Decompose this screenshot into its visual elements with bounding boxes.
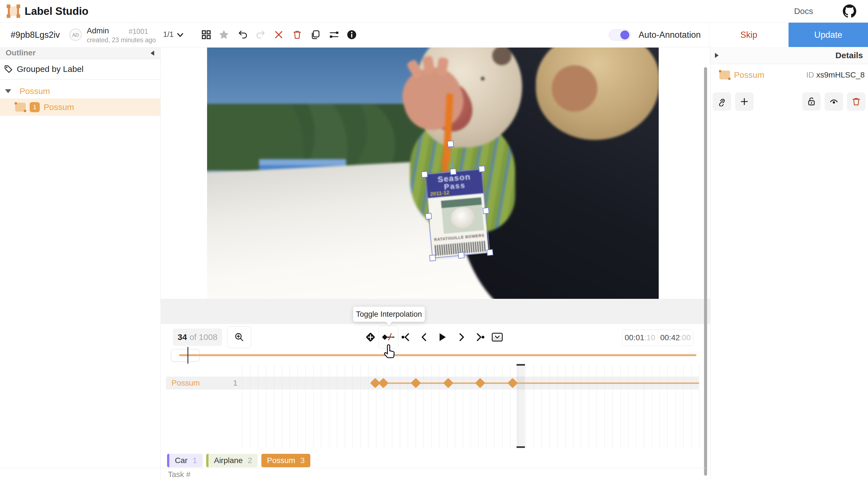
hide-region-button[interactable] (825, 92, 843, 111)
timeline: Possum 1 (166, 364, 699, 448)
details-title: Details (836, 47, 863, 64)
frame-total: 1008 (199, 332, 218, 342)
redo-button[interactable] (253, 27, 268, 42)
timeline-playhead[interactable] (517, 364, 525, 448)
grid-line (652, 364, 652, 448)
lock-icon (807, 97, 816, 106)
keyframe-marker[interactable] (443, 378, 454, 388)
undo-icon (238, 30, 248, 40)
details-header: Details (710, 47, 868, 64)
next-keypoint-button[interactable] (472, 329, 488, 345)
bbox-handle-n[interactable] (450, 168, 457, 175)
relation-button[interactable] (713, 92, 731, 111)
selected-region-row[interactable]: Possum IDxs9mHLSC_8 (719, 67, 865, 83)
possum-bounding-box[interactable] (424, 169, 490, 258)
bbox-handle-e[interactable] (483, 207, 489, 214)
caret-down-icon[interactable] (5, 89, 11, 93)
add-keyframe-button[interactable] (363, 329, 378, 345)
label-chip-hotkey: 2 (248, 456, 252, 465)
region-item-possum[interactable]: 1 Possum (0, 98, 160, 116)
grid-line (274, 364, 274, 448)
grid-line (596, 364, 597, 448)
timeline-zoom-button[interactable] (227, 326, 251, 348)
lock-region-button[interactable] (802, 92, 821, 111)
prev-frame-button[interactable] (417, 329, 432, 345)
grid-line (541, 364, 542, 448)
label-chips: Car 1 Airplane 2 Possum 3 (167, 454, 310, 467)
grouping-selector[interactable]: Grouped by Label (0, 59, 160, 79)
frame-of-label: of (189, 332, 196, 342)
grid-line (384, 364, 384, 448)
github-icon[interactable] (843, 4, 856, 18)
bbox-handle-ne[interactable] (478, 166, 485, 172)
prev-keypoint-button[interactable] (399, 329, 414, 345)
grid-line (305, 364, 306, 448)
label-chip-car[interactable]: Car 1 (167, 454, 203, 467)
reset-button[interactable] (271, 27, 286, 42)
bbox-handle-nw[interactable] (421, 171, 428, 178)
play-button[interactable] (434, 329, 450, 345)
track-count: 1 (233, 379, 238, 387)
info-button[interactable] (344, 27, 360, 42)
video-frame[interactable]: Season Pass 2011-12 RATATOUILLE BOWERS (207, 47, 659, 299)
bbox-handle-sw[interactable] (429, 255, 436, 261)
label-chip-possum[interactable]: Possum 3 (261, 454, 310, 467)
track-label[interactable]: Possum (172, 379, 200, 387)
grid-line (298, 364, 298, 448)
user-avatar[interactable]: AD (69, 29, 82, 41)
label-studio-app: Label Studio Docs #9pb8Lgs2iv AD Admin #… (0, 0, 868, 479)
label-chip-airplane[interactable]: Airplane 2 (206, 454, 258, 467)
label-group-name: Possum (20, 87, 50, 96)
star-button[interactable] (216, 27, 232, 42)
grid-line (337, 364, 337, 448)
copy-annotation-button[interactable] (308, 27, 323, 42)
mouse-cursor (381, 343, 399, 360)
toggle-knob (620, 31, 629, 39)
grid-line (282, 364, 282, 448)
grid-line (644, 364, 644, 448)
collapse-panel-icon[interactable] (151, 51, 154, 56)
redo-icon (255, 30, 266, 40)
seek-region-line (179, 354, 696, 356)
seekbar[interactable] (166, 347, 699, 364)
prev-keypoint-icon (400, 331, 412, 343)
person-face (552, 65, 597, 111)
keyframe-marker[interactable] (411, 378, 421, 388)
update-button[interactable]: Update (788, 23, 868, 47)
grid-line (266, 364, 266, 448)
seek-playhead[interactable] (187, 347, 188, 364)
keyframe-marker[interactable] (475, 378, 486, 388)
collapse-timeline-button[interactable] (489, 329, 505, 345)
grid-view-button[interactable] (198, 27, 214, 42)
annotation-number: #1001 (129, 27, 148, 35)
next-frame-button[interactable] (453, 329, 469, 345)
app-title: Label Studio (25, 0, 88, 22)
add-meta-button[interactable] (735, 92, 753, 111)
grid-line (581, 364, 581, 448)
undo-button[interactable] (235, 27, 251, 42)
keyframe-marker[interactable] (378, 378, 389, 388)
grid-line (526, 364, 526, 448)
delete-annotation-button[interactable] (289, 27, 305, 42)
settings-button[interactable] (326, 27, 342, 42)
time-total: 00:42:00 (658, 330, 693, 346)
keyframe-marker[interactable] (507, 378, 518, 388)
bbox-handle-w[interactable] (425, 213, 432, 220)
docs-link[interactable]: Docs (794, 0, 813, 22)
tag-icon (4, 65, 13, 73)
delete-region-button[interactable] (847, 92, 866, 111)
grid-icon (201, 30, 211, 40)
bbox-handle-se[interactable] (487, 249, 493, 256)
region-item-label: Possum (44, 102, 74, 112)
bbox-rotation-handle[interactable] (447, 140, 454, 147)
chevron-down-icon[interactable] (176, 31, 185, 39)
frames-grid[interactable] (242, 364, 699, 448)
bbox-handle-s[interactable] (458, 252, 465, 258)
label-group-possum[interactable]: Possum (0, 84, 160, 98)
auto-annotation-toggle[interactable] (609, 29, 631, 40)
vertical-scrollbar[interactable] (704, 67, 707, 476)
close-icon (274, 30, 283, 39)
skip-button[interactable]: Skip (709, 23, 788, 47)
region-bbox-icon (15, 103, 26, 111)
collapse-panel-icon[interactable] (715, 53, 719, 58)
